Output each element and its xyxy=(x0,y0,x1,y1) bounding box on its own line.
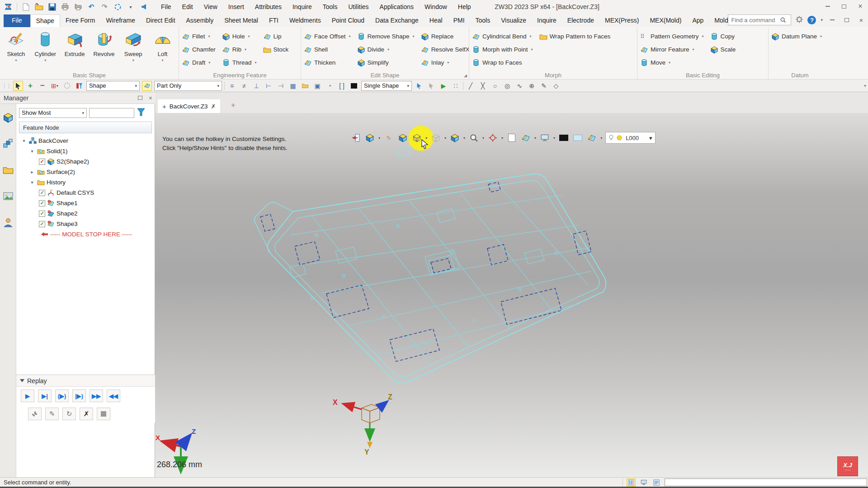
replay-step-forward-button[interactable]: ▶| xyxy=(38,389,52,402)
lasso-pick-icon[interactable] xyxy=(62,81,72,91)
shaded-mode-icon[interactable] xyxy=(586,132,597,143)
tab-mex-mold[interactable]: MEX(Mold) xyxy=(644,14,687,27)
viewport[interactable]: You can set the hotkey in Customize Sett… xyxy=(155,113,868,477)
erase-icon[interactable]: ✎ xyxy=(383,132,394,143)
rib-button[interactable]: Rib▾ xyxy=(222,44,257,55)
line-tool-icon[interactable]: ╱ xyxy=(466,81,476,91)
chamfer-button[interactable]: Chamfer xyxy=(182,44,216,55)
extrude-button[interactable]: Extrude xyxy=(61,29,88,62)
tree-row-shape2[interactable]: ✓ ? Shape2 xyxy=(19,208,155,219)
table-icon[interactable]: ▦ xyxy=(288,81,298,91)
layer-combo[interactable]: L000 ▾ xyxy=(605,132,655,144)
settings-gear-icon[interactable] xyxy=(796,16,803,24)
tab-file[interactable]: File xyxy=(4,14,30,27)
play-preview-icon[interactable]: ▶ xyxy=(439,81,448,91)
csys-checkbox[interactable]: ✓ xyxy=(39,190,45,196)
spline-tool-icon[interactable]: ∿ xyxy=(514,81,524,91)
sketch-dropdown-icon[interactable]: ▾ xyxy=(15,58,17,62)
unequal-constraint-icon[interactable]: ≠ xyxy=(239,81,249,91)
user-manager-icon[interactable] xyxy=(3,217,14,228)
tab-inquire[interactable]: Inquire xyxy=(532,14,562,27)
tab-sheet-metal[interactable]: Sheet Metal xyxy=(219,14,264,27)
mirror-feature-button[interactable]: Mirror Feature▾ xyxy=(640,44,704,55)
manager-restore-icon[interactable] xyxy=(135,94,145,101)
wrap-to-faces-button[interactable]: Wrap to Faces xyxy=(472,57,533,68)
menu-view[interactable]: View xyxy=(199,2,222,12)
replay-play-button[interactable]: ▶ xyxy=(21,389,34,402)
resolve-selfx-button[interactable]: Resolve SelfX xyxy=(421,44,470,55)
visual-manager-icon[interactable] xyxy=(3,191,14,202)
sketch-button[interactable]: Sketch ▾ xyxy=(3,29,29,62)
history-clock-icon[interactable]: ◔ xyxy=(325,81,335,91)
select-arrow-icon[interactable] xyxy=(13,81,23,91)
pattern-geometry-button[interactable]: ⠿Pattern Geometry▾ xyxy=(640,31,704,42)
tab-electrode[interactable]: Electrode xyxy=(562,14,599,27)
close-button[interactable]: × xyxy=(855,2,865,11)
tab-shape[interactable]: Shape xyxy=(30,14,60,27)
menu-window[interactable]: Window xyxy=(420,2,452,12)
command-input[interactable] xyxy=(665,479,867,486)
loft-button[interactable]: Loft ▾ xyxy=(149,29,176,62)
menu-attributes[interactable]: Attributes xyxy=(250,2,286,12)
pattern-pick-icon[interactable]: ⊞▾ xyxy=(50,81,60,91)
shade-cube-icon[interactable] xyxy=(397,132,408,143)
tab-wireframe[interactable]: Wireframe xyxy=(100,14,141,27)
hole-button[interactable]: Hole▾ xyxy=(222,31,257,42)
preview-off-icon[interactable] xyxy=(349,81,359,91)
ellipse-tool-icon[interactable]: ◎ xyxy=(502,81,512,91)
tab-data-exchange[interactable]: Data Exchange xyxy=(370,14,424,27)
circle-tool-icon[interactable]: ○ xyxy=(490,81,500,91)
regen-icon[interactable] xyxy=(113,2,122,11)
pencil-tool-icon[interactable]: ✎ xyxy=(539,81,549,91)
replay-rewind-button[interactable]: ◀◀ xyxy=(107,389,120,402)
quick-input-icon[interactable] xyxy=(627,479,636,487)
loft-dropdown-icon[interactable]: ▾ xyxy=(162,58,164,62)
point-tool-icon[interactable]: ⊕ xyxy=(527,81,537,91)
command-search-input[interactable] xyxy=(731,17,780,23)
manager-close-icon[interactable]: × xyxy=(149,94,152,102)
align-left-icon[interactable]: ⊢ xyxy=(264,81,274,91)
redo-icon[interactable]: ↷ xyxy=(100,2,109,11)
datum-plane-button[interactable]: Datum Plane▾ xyxy=(771,31,822,42)
command-list-icon[interactable] xyxy=(652,479,661,487)
replay-edit-button[interactable]: ✎ xyxy=(45,408,59,420)
replay-stop-button[interactable] xyxy=(97,408,110,420)
thread-button[interactable]: Thread▾ xyxy=(222,57,257,68)
pan-target-icon[interactable] xyxy=(487,132,498,143)
shaded-display-icon[interactable] xyxy=(449,132,460,143)
background-black-icon[interactable] xyxy=(558,132,569,143)
part-manager-icon[interactable] xyxy=(3,164,14,175)
pick-scope-icon[interactable] xyxy=(142,81,152,91)
replace-button[interactable]: Replace xyxy=(421,31,470,42)
dots-grid-icon[interactable]: ∷ xyxy=(451,81,461,91)
new-tab-icon[interactable]: + xyxy=(231,101,235,109)
face-offset-button[interactable]: Face Offset▾ xyxy=(304,31,351,42)
doc-restore-button[interactable] xyxy=(842,15,852,24)
doc-minimize-button[interactable] xyxy=(827,15,837,24)
replay-fast-forward-button[interactable]: ▶▶ xyxy=(90,389,103,402)
exit-icon[interactable] xyxy=(350,132,361,143)
replay-cancel-button[interactable]: ✗ xyxy=(80,408,93,420)
brackets-icon[interactable]: [ ] xyxy=(337,81,347,91)
expand-icon[interactable]: ▾ xyxy=(21,138,27,143)
divide-button[interactable]: Divide▾ xyxy=(357,44,415,55)
view-orientation-icon[interactable] xyxy=(364,132,375,143)
plane-display-icon[interactable] xyxy=(506,132,517,143)
tree-row-surface[interactable]: ▸ Surface(2) xyxy=(19,167,155,177)
replay-play-to-button[interactable]: (▶) xyxy=(55,389,69,402)
background-blue-icon[interactable] xyxy=(572,132,583,143)
cylinder-button[interactable]: Cylinder ▾ xyxy=(32,29,59,62)
toolbar-overflow-icon[interactable]: ▾ xyxy=(864,83,866,88)
help-icon[interactable]: ? xyxy=(807,16,816,24)
revolve-button[interactable]: Revolve xyxy=(90,29,117,62)
copy-button[interactable]: Copy xyxy=(710,31,736,42)
monitor-display-icon[interactable] xyxy=(539,132,550,143)
replay-jump-button[interactable]: |▶) xyxy=(72,389,86,402)
diamond-tool-icon[interactable]: ◇ xyxy=(551,81,561,91)
tree-row-backcover[interactable]: ▾ BackCover xyxy=(19,136,155,146)
tab-fti[interactable]: FTI xyxy=(264,14,284,27)
menu-file[interactable]: File xyxy=(156,2,176,12)
fillet-button[interactable]: Fillet▾ xyxy=(182,31,216,42)
manager-panel-header[interactable]: Manager × xyxy=(0,92,155,104)
cursor-ghost-icon[interactable] xyxy=(426,81,436,91)
